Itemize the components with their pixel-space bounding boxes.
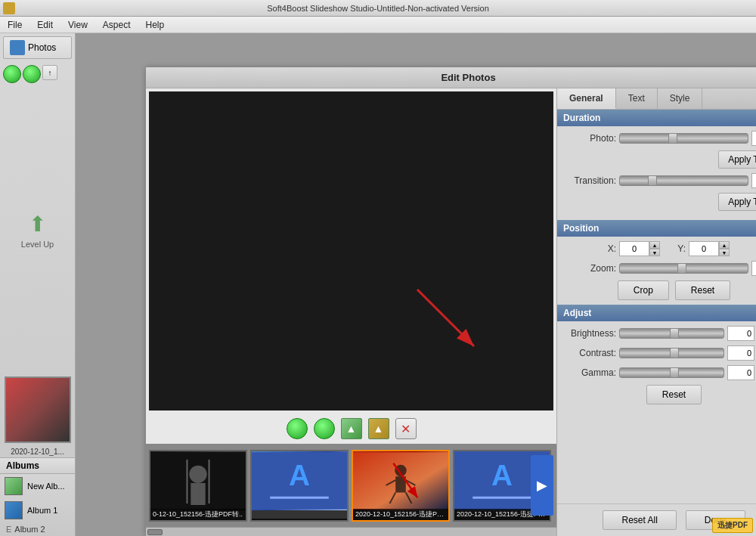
contrast-input[interactable] (727, 345, 754, 361)
svg-point-5 (189, 465, 206, 482)
album-2[interactable]: E Album 2 (0, 522, 75, 536)
position-reset-button[interactable]: Reset (675, 280, 730, 300)
transition-apply-button[interactable]: Apply To All (718, 193, 756, 211)
preview-arrow (402, 274, 493, 365)
photo-apply-button[interactable]: Apply To All (718, 150, 756, 169)
film-thumb-img-1 (150, 451, 246, 510)
menu-view[interactable]: View (64, 18, 92, 32)
album-new[interactable]: New Alb... (0, 474, 75, 498)
menu-aspect[interactable]: Aspect (98, 18, 135, 32)
tab-bar: General Text Style (557, 88, 756, 110)
contrast-thumb[interactable] (670, 348, 679, 358)
photo-duration-thumb[interactable] (668, 133, 677, 144)
adjust-section: Brightness: Auto Contrast: (557, 321, 756, 409)
stop-button[interactable] (314, 418, 335, 439)
brightness-thumb[interactable] (670, 328, 679, 339)
album-1-icon (5, 501, 23, 519)
photos-button[interactable]: Photos (3, 36, 72, 59)
level-up-label: Level Up (21, 240, 54, 249)
scrollbar-thumb[interactable] (147, 529, 163, 535)
filmstrip: 0-12-10_152156-迅捷PDF转.. A (146, 444, 556, 527)
transition-input[interactable] (751, 173, 756, 188)
svg-text:A: A (289, 458, 310, 491)
albums-header: Albums (0, 458, 75, 474)
film-thumb-1[interactable]: 0-12-10_152156-迅捷PDF转.. (149, 450, 247, 522)
upload-icon: ⬆ (29, 212, 46, 237)
x-spinner-btns: ▲ ▼ (649, 241, 660, 256)
right-panel: General Text Style Duration Photo: (556, 88, 756, 536)
photo-filename: 2020-12-10_1... (0, 446, 75, 457)
x-up-button[interactable]: ▲ (649, 241, 660, 249)
albums-section: Albums New Alb... Album 1 E Album 2 (0, 457, 75, 536)
x-input[interactable] (619, 241, 649, 256)
photo-duration-label: Photo: (563, 133, 616, 144)
film-label-1: 0-12-10_152156-迅捷PDF转.. (150, 509, 246, 520)
album-1-label: Album 1 (27, 506, 57, 515)
gamma-thumb[interactable] (670, 367, 679, 378)
filmstrip-nav-arrow: ▶ (537, 477, 547, 494)
album-1[interactable]: Album 1 (0, 498, 75, 522)
duration-header: Duration (557, 110, 756, 126)
menu-edit[interactable]: Edit (33, 18, 57, 32)
menu-help[interactable]: Help (141, 18, 169, 32)
menu-file[interactable]: File (3, 18, 26, 32)
zoom-input[interactable] (751, 261, 756, 276)
app-title: Soft4Boost Slideshow Studio-Untitled-Non… (267, 4, 489, 13)
left-sidebar: Photos ↑ ⬆ Level Up 2020-12-10_1... Albu… (0, 33, 76, 536)
contrast-slider[interactable] (619, 348, 724, 358)
filmstrip-next-button[interactable]: ▶ (531, 455, 553, 516)
photos-icon (10, 40, 25, 55)
contrast-row: Contrast: Auto (563, 345, 756, 361)
transition-slider[interactable] (619, 175, 748, 186)
photo-apply-row: Apply To All (563, 150, 756, 169)
crop-button[interactable]: Crop (618, 280, 669, 300)
export-button[interactable]: ▲ (368, 418, 389, 439)
nav-forward-button[interactable] (23, 65, 41, 83)
transition-thumb[interactable] (648, 175, 657, 186)
nav-extra-button[interactable]: ↑ (42, 65, 57, 80)
film-label-3: 2020-12-10_152156-迅捷PDF转.. (353, 509, 448, 520)
photo-thumb-inner (6, 378, 70, 442)
zoom-thumb[interactable] (677, 263, 686, 274)
x-down-button[interactable]: ▼ (649, 249, 660, 256)
delete-button[interactable]: ✕ (395, 418, 417, 439)
gamma-label: Gamma: (563, 367, 616, 378)
scrollbar-horizontal[interactable] (146, 527, 556, 536)
gamma-slider[interactable] (619, 367, 724, 378)
adjust-reset-button[interactable]: Reset (646, 385, 702, 404)
reset-all-button[interactable]: Reset All (603, 510, 676, 530)
film-thumb-img-2: A (252, 451, 347, 510)
transition-row: Transition: (563, 173, 756, 188)
dialog-title: Edit Photos (441, 72, 495, 83)
import-button[interactable]: ▲ (341, 418, 362, 439)
photo-thumbnail[interactable] (5, 376, 71, 443)
app-icon (3, 2, 15, 14)
film-label-2 (252, 519, 347, 520)
brightness-slider[interactable] (619, 328, 724, 339)
zoom-label: Zoom: (563, 263, 616, 274)
y-down-button[interactable]: ▼ (719, 249, 730, 256)
menu-bar: File Edit View Aspect Help (0, 17, 756, 33)
y-spinner: ▲ ▼ (689, 241, 730, 256)
album-2-prefix: E (6, 525, 11, 534)
nav-buttons: ↑ (0, 62, 75, 86)
nav-back-button[interactable] (3, 65, 21, 83)
y-up-button[interactable]: ▲ (719, 241, 730, 249)
photo-duration-input[interactable] (751, 131, 756, 146)
tab-general[interactable]: General (557, 88, 616, 109)
gamma-input[interactable] (727, 365, 754, 380)
album-new-icon (5, 477, 23, 495)
y-input[interactable] (689, 241, 719, 256)
play-button[interactable] (287, 418, 308, 439)
brightness-input[interactable] (727, 326, 754, 341)
preview-controls: ▲ ▲ ✕ (146, 414, 556, 444)
photo-duration-slider[interactable] (619, 133, 748, 144)
edit-dialog: Edit Photos (145, 67, 756, 535)
film-thumb-3[interactable]: 2020-12-10_152156-迅捷PDF转.. (352, 450, 450, 522)
tab-style[interactable]: Style (658, 88, 703, 109)
tab-text[interactable]: Text (616, 88, 658, 109)
zoom-row: Zoom: (563, 261, 756, 276)
film-thumb-2[interactable]: A (250, 450, 349, 522)
zoom-slider[interactable] (619, 263, 748, 274)
x-spinner: ▲ ▼ (619, 241, 660, 256)
